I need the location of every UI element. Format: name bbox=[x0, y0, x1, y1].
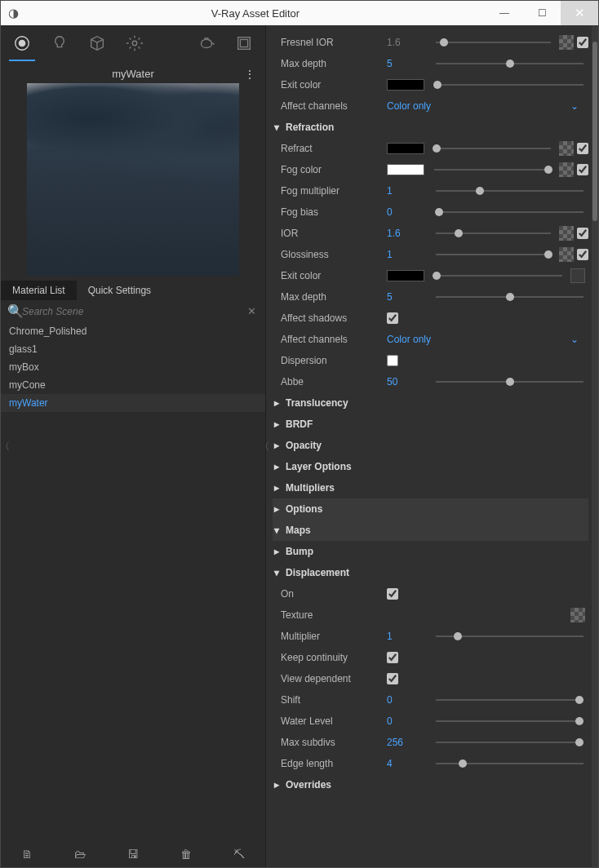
checkbox[interactable] bbox=[387, 652, 398, 663]
settings-tab-icon[interactable] bbox=[117, 25, 153, 61]
slider[interactable] bbox=[431, 254, 556, 255]
list-item[interactable]: myBox bbox=[1, 358, 265, 376]
section-header[interactable]: ▸Overrides bbox=[273, 774, 588, 795]
slider[interactable] bbox=[429, 169, 556, 170]
list-item[interactable]: myCone bbox=[1, 376, 265, 394]
section-header[interactable]: ▾Refraction bbox=[273, 117, 588, 138]
search-icon: 🔍 bbox=[7, 303, 22, 319]
property-label: Fog multiplier bbox=[281, 185, 387, 197]
property-label: Max depth bbox=[281, 291, 387, 303]
search-input[interactable] bbox=[22, 306, 244, 317]
checkbox[interactable] bbox=[577, 37, 588, 48]
value[interactable]: 0 bbox=[387, 206, 431, 218]
dropdown[interactable]: Color only⌄ bbox=[387, 334, 588, 345]
texture-checker-icon[interactable] bbox=[559, 226, 574, 241]
checkbox[interactable] bbox=[387, 588, 398, 600]
new-file-icon[interactable]: 🗎 bbox=[9, 848, 45, 861]
value[interactable]: 1.6 bbox=[387, 37, 431, 48]
material-preview[interactable] bbox=[27, 83, 239, 276]
texture-checker-icon[interactable] bbox=[559, 35, 574, 50]
minimize-button[interactable]: — bbox=[486, 1, 523, 25]
checkbox[interactable] bbox=[577, 164, 588, 175]
right-collapse-icon[interactable]: 〈 bbox=[260, 440, 268, 454]
slider[interactable] bbox=[431, 742, 588, 743]
value[interactable]: 5 bbox=[387, 58, 431, 69]
section-header[interactable]: ▸Bump bbox=[273, 541, 588, 562]
slider[interactable] bbox=[431, 720, 588, 722]
left-subtabs: Material List Quick Settings bbox=[1, 281, 265, 300]
render-teapot-icon[interactable] bbox=[189, 25, 224, 61]
geometry-tab-icon[interactable] bbox=[79, 25, 115, 61]
dropdown[interactable]: Color only⌄ bbox=[387, 100, 588, 112]
close-button[interactable]: ✕ bbox=[561, 1, 598, 25]
slider[interactable] bbox=[431, 296, 588, 298]
open-folder-icon[interactable]: 🗁 bbox=[62, 848, 98, 861]
texture-checker-icon[interactable] bbox=[559, 162, 574, 177]
color-swatch[interactable] bbox=[387, 143, 424, 154]
color-swatch[interactable] bbox=[387, 164, 424, 175]
slider[interactable] bbox=[429, 148, 556, 149]
value[interactable]: 4 bbox=[387, 758, 431, 769]
list-item[interactable]: myWater bbox=[1, 394, 265, 412]
slider[interactable] bbox=[431, 232, 556, 234]
section-header[interactable]: ▸Layer Options bbox=[273, 456, 588, 477]
tab-material-list[interactable]: Material List bbox=[1, 281, 77, 300]
value[interactable]: 0 bbox=[387, 694, 431, 706]
list-item[interactable]: Chrome_Polished bbox=[1, 322, 265, 340]
value[interactable]: 5 bbox=[387, 291, 431, 303]
slider[interactable] bbox=[431, 211, 588, 213]
section-header[interactable]: ▸Opacity bbox=[273, 435, 588, 456]
checkbox[interactable] bbox=[577, 228, 588, 239]
slider[interactable] bbox=[431, 699, 588, 701]
list-item[interactable]: glass1 bbox=[1, 340, 265, 358]
texture-checker-icon[interactable] bbox=[559, 141, 574, 156]
slider[interactable] bbox=[431, 190, 588, 192]
checkbox[interactable] bbox=[387, 355, 398, 366]
section-header[interactable]: ▸Options bbox=[273, 498, 588, 520]
delete-icon[interactable]: 🗑 bbox=[168, 848, 204, 861]
section-header[interactable]: ▾Maps bbox=[273, 520, 588, 541]
section-header[interactable]: ▸BRDF bbox=[273, 414, 588, 435]
property-label: View dependent bbox=[281, 673, 387, 684]
maximize-button[interactable]: ☐ bbox=[523, 1, 561, 25]
color-swatch[interactable] bbox=[387, 270, 424, 281]
properties-scrollbar[interactable] bbox=[592, 25, 598, 867]
empty-box[interactable] bbox=[570, 268, 585, 283]
purge-icon[interactable]: ⛏ bbox=[221, 848, 257, 861]
checkbox[interactable] bbox=[577, 249, 588, 260]
slider[interactable] bbox=[431, 63, 588, 64]
slider[interactable] bbox=[431, 42, 556, 43]
section-header[interactable]: ▾Displacement bbox=[273, 562, 588, 583]
slider[interactable] bbox=[429, 275, 567, 277]
clear-search-icon[interactable]: ✕ bbox=[244, 305, 259, 317]
left-collapse-icon[interactable]: 〈 bbox=[0, 440, 8, 454]
materials-tab-icon[interactable] bbox=[4, 25, 40, 61]
color-swatch[interactable] bbox=[387, 79, 424, 91]
slider[interactable] bbox=[429, 84, 588, 86]
checkbox[interactable] bbox=[577, 143, 588, 154]
value[interactable]: 0 bbox=[387, 715, 431, 727]
value[interactable]: 1 bbox=[387, 249, 431, 260]
lights-tab-icon[interactable] bbox=[42, 25, 78, 61]
slider[interactable] bbox=[431, 636, 588, 637]
value[interactable]: 1 bbox=[387, 185, 431, 197]
slider[interactable] bbox=[431, 763, 588, 764]
property-label: Dispersion bbox=[281, 355, 387, 366]
tab-quick-settings[interactable]: Quick Settings bbox=[77, 281, 162, 300]
texture-checker-icon[interactable] bbox=[570, 608, 585, 622]
value[interactable]: 1 bbox=[387, 631, 431, 642]
property-label: On bbox=[281, 588, 387, 600]
value[interactable]: 50 bbox=[387, 376, 431, 388]
checkbox[interactable] bbox=[387, 312, 398, 324]
section-header[interactable]: ▸Multipliers bbox=[273, 477, 588, 498]
section-header[interactable]: ▸Translucency bbox=[273, 392, 588, 414]
property-row: Edge length4 bbox=[273, 753, 588, 774]
value[interactable]: 1.6 bbox=[387, 228, 431, 239]
texture-checker-icon[interactable] bbox=[559, 247, 574, 262]
value[interactable]: 256 bbox=[387, 737, 431, 748]
preview-overflow-icon[interactable]: ⋮ bbox=[244, 68, 255, 81]
frame-buffer-icon[interactable] bbox=[226, 25, 262, 61]
slider[interactable] bbox=[431, 381, 588, 383]
checkbox[interactable] bbox=[387, 673, 398, 684]
save-icon[interactable]: 🖫 bbox=[115, 848, 151, 861]
